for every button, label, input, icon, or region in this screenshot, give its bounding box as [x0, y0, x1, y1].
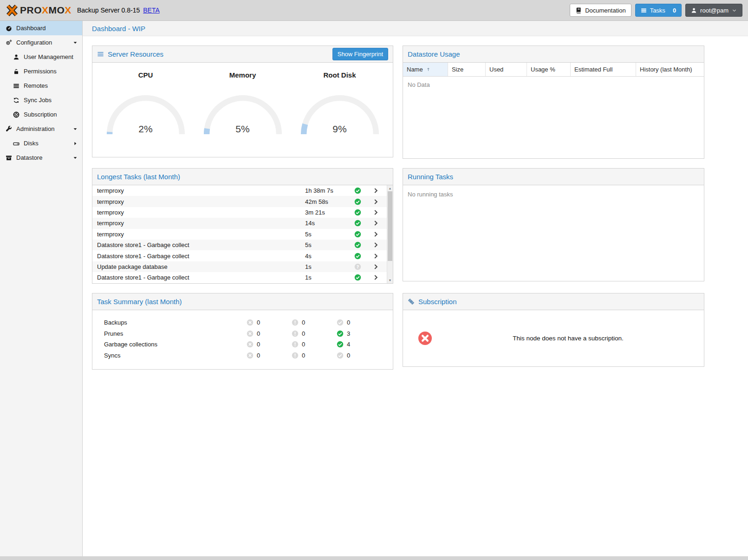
task-row[interactable]: Update package database 1s	[92, 261, 387, 272]
question-circle-icon	[354, 263, 361, 270]
sidebar-item-label: User Management	[24, 53, 73, 60]
gauge-value: 5%	[199, 124, 287, 135]
task-row[interactable]: Datastore store1 - Garbage collect 1s	[92, 272, 387, 283]
sidebar: Dashboard Configuration User Management …	[0, 21, 83, 556]
tasks-button[interactable]: Tasks 0	[635, 4, 682, 17]
unlock-icon	[13, 68, 20, 75]
sidebar-item-configuration[interactable]: Configuration	[0, 35, 82, 50]
book-icon	[575, 7, 582, 13]
user-icon	[691, 7, 697, 13]
gears-icon	[6, 39, 12, 46]
column-header-size[interactable]: Size	[448, 63, 486, 76]
server-resources-panel: Server Resources Show Fingerprint CPU 2%	[92, 46, 393, 157]
longest-tasks-header: Longest Tasks (last Month)	[92, 169, 393, 185]
running-tasks-empty-text: No running tasks	[403, 185, 704, 281]
sidebar-item-dashboard[interactable]: Dashboard	[0, 21, 82, 35]
no-subscription-icon	[418, 331, 432, 345]
warning-circle-icon	[292, 330, 299, 337]
gauge-label: CPU	[97, 71, 194, 79]
open-task-button[interactable]	[373, 199, 387, 205]
panel-title: Datastore Usage	[408, 50, 460, 58]
scrollbar[interactable]: ▲ ▼	[387, 185, 393, 283]
sidebar-item-user-management[interactable]: User Management	[0, 50, 82, 64]
chevron-right-icon	[373, 209, 379, 215]
task-list-icon	[641, 7, 647, 13]
column-header-history[interactable]: History (last Month)	[636, 63, 704, 76]
product-version-label: Backup Server 0.8-15	[77, 7, 140, 14]
open-task-button[interactable]	[373, 188, 387, 194]
sidebar-item-datastore[interactable]: Datastore	[0, 150, 82, 165]
column-header-usage-pct[interactable]: Usage %	[527, 63, 571, 76]
longest-tasks-list: termproxy 1h 38m 7s termproxy 42m 58s	[92, 185, 393, 283]
scroll-down-button[interactable]: ▼	[387, 277, 393, 283]
subscription-header: Subscription	[403, 293, 704, 310]
datastore-usage-panel: Datastore Usage Name Size Used Usage % E…	[403, 46, 704, 159]
chevron-down-icon[interactable]	[72, 155, 78, 161]
open-task-button[interactable]	[373, 231, 387, 237]
longest-tasks-panel: Longest Tasks (last Month) termproxy 1h …	[92, 168, 393, 284]
task-summary-panel: Task Summary (last Month) Backups 0 0 0 …	[92, 293, 393, 370]
chevron-right-icon[interactable]	[72, 141, 78, 146]
sidebar-item-remotes[interactable]: Remotes	[0, 78, 82, 93]
error-circle-icon	[247, 319, 254, 326]
datastore-usage-header: Datastore Usage	[403, 46, 704, 63]
sidebar-item-label: Administration	[16, 125, 54, 132]
user-icon	[13, 54, 20, 60]
task-row[interactable]: termproxy 42m 58s	[92, 196, 387, 207]
cpu-gauge: CPU 2%	[97, 71, 194, 157]
chevron-right-icon	[373, 242, 379, 248]
sidebar-item-sync-jobs[interactable]: Sync Jobs	[0, 93, 82, 107]
scrollbar-thumb[interactable]	[388, 191, 392, 261]
task-row[interactable]: termproxy 1h 38m 7s	[92, 185, 387, 196]
open-task-button[interactable]	[373, 253, 387, 259]
server-list-icon	[13, 83, 20, 89]
task-row[interactable]: termproxy 14s	[92, 218, 387, 228]
proxmox-logo[interactable]: PROXMOX	[6, 4, 72, 17]
task-row[interactable]: Datastore store1 - Garbage collect 4s	[92, 250, 387, 261]
server-resources-header: Server Resources Show Fingerprint	[92, 46, 393, 63]
sidebar-item-subscription[interactable]: Subscription	[0, 107, 82, 122]
scroll-up-button[interactable]: ▲	[387, 185, 393, 191]
chevron-right-icon	[373, 264, 379, 270]
open-task-button[interactable]	[373, 264, 387, 270]
show-fingerprint-button[interactable]: Show Fingerprint	[332, 48, 388, 60]
panel-title: Task Summary (last Month)	[97, 298, 182, 306]
error-circle-icon	[247, 330, 254, 337]
chevron-right-icon	[373, 274, 379, 280]
beta-link[interactable]: BETA	[143, 7, 160, 14]
sidebar-item-label: Disks	[24, 140, 39, 147]
sidebar-item-permissions[interactable]: Permissions	[0, 64, 82, 78]
task-row[interactable]: termproxy 5s	[92, 229, 387, 240]
gauge-label: Root Disk	[291, 71, 388, 79]
sidebar-item-administration[interactable]: Administration	[0, 122, 82, 136]
archive-icon	[6, 155, 12, 161]
column-header-estimated-full[interactable]: Estimated Full	[571, 63, 636, 76]
open-task-button[interactable]	[373, 242, 387, 248]
task-row[interactable]: Datastore store1 - Garbage collect 5s	[92, 240, 387, 250]
check-circle-icon	[337, 352, 344, 359]
running-tasks-header: Running Tasks	[403, 169, 704, 185]
chevron-down-icon[interactable]	[72, 40, 78, 46]
sidebar-item-disks[interactable]: Disks	[0, 136, 82, 150]
user-menu-button[interactable]: root@pam	[685, 4, 742, 17]
page-title: Dashboard - WIP	[92, 25, 145, 33]
open-task-button[interactable]	[373, 274, 387, 280]
check-circle-icon	[337, 330, 344, 337]
sidebar-item-label: Subscription	[24, 111, 57, 118]
column-header-name[interactable]: Name	[403, 63, 448, 76]
warning-circle-icon	[292, 352, 299, 359]
documentation-button[interactable]: Documentation	[570, 4, 631, 17]
chevron-down-icon[interactable]	[72, 126, 78, 132]
header-actions: Documentation Tasks 0 root@pam	[570, 4, 742, 17]
gauge-value: 2%	[102, 124, 190, 135]
panel-title: Server Resources	[108, 50, 163, 58]
sidebar-item-label: Remotes	[24, 82, 48, 89]
task-row[interactable]: termproxy 3m 21s	[92, 207, 387, 218]
ticket-icon	[408, 298, 415, 305]
summary-row-backups: Backups 0 0 0	[104, 317, 393, 328]
column-header-used[interactable]: Used	[486, 63, 527, 76]
open-task-button[interactable]	[373, 220, 387, 226]
wrench-icon	[6, 126, 12, 132]
check-circle-icon	[354, 231, 361, 238]
open-task-button[interactable]	[373, 209, 387, 215]
